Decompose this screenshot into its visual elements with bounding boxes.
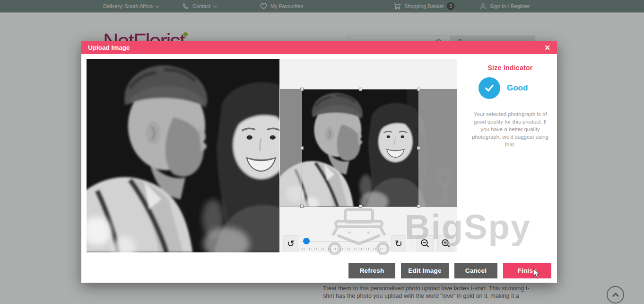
slider-ticks: [302, 248, 387, 250]
page-root: Delivery: South Africa Contact My Favour…: [0, 0, 644, 304]
rotate-ccw-button[interactable]: ↺: [283, 235, 298, 251]
slider-handle[interactable]: [303, 238, 310, 244]
refresh-button[interactable]: Refresh: [348, 263, 395, 278]
modal-header: Upload Image ✕: [81, 41, 557, 54]
crop-handle-se[interactable]: [417, 205, 420, 208]
size-indicator-heading: Size Indicator: [463, 64, 557, 72]
controls-divider: [411, 236, 411, 250]
upload-image-modal: Upload Image ✕ ↺: [81, 41, 557, 283]
rotate-cw-icon: ↻: [395, 238, 402, 249]
crop-handle-sw[interactable]: [300, 205, 304, 208]
crop-dim-left: [280, 89, 302, 207]
crop-selection[interactable]: [302, 89, 419, 206]
quality-description: Your selected photograph is of good qual…: [469, 110, 551, 148]
rotate-cw-button[interactable]: ↻: [391, 235, 406, 251]
crop-handle-e[interactable]: [417, 146, 420, 150]
crop-handle-ne[interactable]: [417, 88, 420, 91]
rotate-ccw-icon: ↺: [287, 238, 295, 249]
zoom-in-button[interactable]: [437, 235, 454, 251]
slider-track: [301, 241, 388, 242]
finish-button[interactable]: Finish: [503, 263, 551, 278]
crop-dim-right: [419, 89, 457, 207]
crop-handle-w[interactable]: [300, 146, 304, 150]
zoom-slider[interactable]: [301, 235, 388, 251]
quality-status: Good: [507, 83, 528, 93]
crop-editor-panel: ↺ ↻: [279, 59, 457, 252]
close-icon[interactable]: ✕: [544, 44, 550, 51]
cancel-button[interactable]: Cancel: [454, 263, 497, 278]
quality-check-icon: [479, 77, 500, 99]
crop-handle-nw[interactable]: [300, 88, 304, 91]
crop-handle-s[interactable]: [359, 205, 362, 208]
zoom-in-icon: [441, 238, 451, 249]
zoom-out-button[interactable]: [417, 235, 434, 251]
modal-title: Upload Image: [88, 44, 130, 51]
edit-image-button[interactable]: Edit Image: [401, 263, 449, 278]
crop-handle-n[interactable]: [359, 88, 362, 91]
uploaded-photo-preview: [87, 59, 279, 252]
zoom-out-icon: [420, 238, 430, 249]
